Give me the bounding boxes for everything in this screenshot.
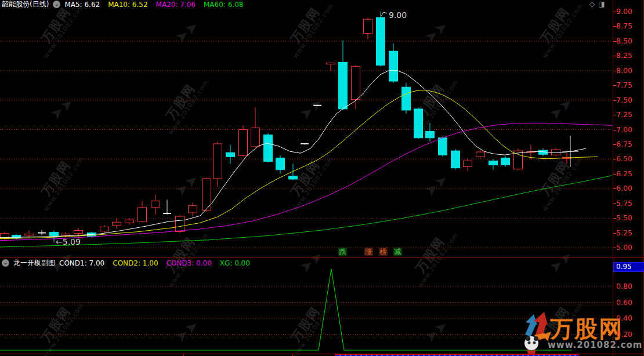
time-axis-tick <box>183 354 184 356</box>
ma-value-label: MA5: 6.62 <box>64 1 100 9</box>
ma-value-label: MA20: 7.06 <box>156 1 196 9</box>
cond-value-label: COND1: 7.00 <box>59 259 104 267</box>
indicator-axis-label: 0.40 <box>616 314 642 322</box>
indicator-axis-label: 0.20 <box>616 330 642 339</box>
indicator-axis-label: 0.60 <box>616 298 642 307</box>
xg-spike-line <box>0 269 571 350</box>
price-axis-label: 5.75 <box>616 199 642 208</box>
logo-arrows-icon <box>514 312 551 354</box>
indicator-header: ⌄ 龙一开板副图 COND1: 7.00COND2: 1.00COND3: 0.… <box>2 259 258 267</box>
price-axis-label: 8.25 <box>616 51 642 60</box>
price-axis-label: 7.75 <box>616 81 642 89</box>
market-tag-跌[interactable]: 跌 <box>338 248 347 256</box>
market-tag-减[interactable]: 减 <box>393 248 402 256</box>
panel-layout-icon[interactable]: ◨ <box>598 0 605 8</box>
app-window: 万股网www.201082.com➤➤万股网www.201082.com➤➤万股… <box>0 0 644 356</box>
price-axis-label: 6.25 <box>616 169 642 178</box>
price-axis-label: 8.00 <box>616 66 642 75</box>
indicator-legend: COND1: 7.00COND2: 1.00COND3: 0.00XG: 0.0… <box>59 259 258 267</box>
peak-price-annotation: 9.00 <box>389 10 407 20</box>
price-axis-label: 6.50 <box>616 154 642 163</box>
price-axis-label: 9.00 <box>616 7 642 16</box>
axis-highlight-value: 0.95 <box>613 262 644 272</box>
price-axis-label: 7.00 <box>616 125 642 134</box>
cond-value-label: XG: 0.00 <box>220 259 250 267</box>
ma-value-label: MA10: 6.52 <box>108 1 147 9</box>
ma-line-ma5 <box>0 71 586 238</box>
panel-divider-line <box>0 257 644 257</box>
time-axis-tick <box>292 354 293 356</box>
indicator-title: 龙一开板副图 <box>13 258 55 268</box>
diamond-marker-icon[interactable]: ◇ <box>589 0 595 8</box>
price-axis-label: 8.50 <box>616 37 642 45</box>
price-axis-label: 7.50 <box>616 96 642 104</box>
price-axis-label: 6.75 <box>616 140 642 148</box>
collapse-sub-icon[interactable]: ⌄ <box>2 259 9 267</box>
low-price-annotation: ←5.09 <box>56 237 81 246</box>
price-axis-label: 8.75 <box>616 21 642 30</box>
ma-line-ma20 <box>0 123 612 240</box>
ma-legend: MA5: 6.62MA10: 6.52MA20: 7.06MA60: 6.08 <box>64 1 251 9</box>
price-axis: 9.008.758.508.258.007.757.507.257.006.75… <box>613 0 644 257</box>
market-tag-涨[interactable]: 涨 <box>364 248 373 256</box>
ma-value-label: MA60: 6.08 <box>204 1 243 9</box>
cond-value-label: COND3: 0.00 <box>167 259 212 267</box>
collapse-main-icon[interactable]: ⌄ <box>53 1 60 8</box>
price-axis-label: 7.25 <box>616 110 642 119</box>
stock-title: 韶能股份(日线) <box>2 0 49 9</box>
indicator-axis: 0.95 0.800.600.400.20 <box>613 257 644 354</box>
main-chart-header: 韶能股份(日线) ⌄ MA5: 6.62MA10: 6.52MA20: 7.06… <box>2 0 251 9</box>
chart-toolbar: ◇ ◨ <box>589 0 605 8</box>
price-axis-label: 5.25 <box>616 228 642 237</box>
cond-value-label: COND2: 1.00 <box>113 259 158 267</box>
market-tag-榜[interactable]: 榜 <box>379 248 388 256</box>
price-axis-label: 5.50 <box>616 213 642 222</box>
price-axis-label: 5.00 <box>616 243 642 252</box>
price-axis-label: 6.00 <box>616 184 642 192</box>
main-price-chart[interactable]: 9.00←5.09 <box>0 8 613 259</box>
indicator-axis-label: 0.80 <box>616 282 642 290</box>
